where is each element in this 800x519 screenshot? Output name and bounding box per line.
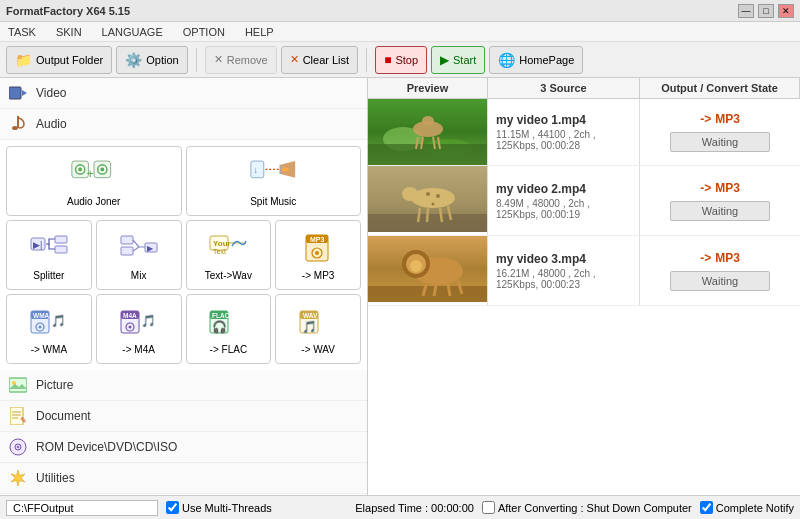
audio-section[interactable]: Audio xyxy=(0,109,367,140)
menu-option[interactable]: OPTION xyxy=(179,24,229,40)
output-path-input[interactable] xyxy=(6,500,158,516)
svg-line-88 xyxy=(434,285,436,296)
svg-text:🎵: 🎵 xyxy=(141,313,156,328)
to-mp3-icon: MP3 xyxy=(294,230,342,266)
splitter-button[interactable]: ▶| Splitter xyxy=(6,220,92,290)
split-music-icon: ↓ xyxy=(249,156,297,192)
audio-joiner-button[interactable]: + Audio Joner xyxy=(6,146,182,216)
svg-text:▶|: ▶| xyxy=(33,240,42,250)
svg-rect-18 xyxy=(121,236,133,244)
multi-threads-check[interactable]: Use Multi-Threads xyxy=(166,501,272,514)
folder-icon: 📁 xyxy=(15,52,32,68)
svg-point-10 xyxy=(100,167,104,171)
to-flac-icon: FLAC 🎧 xyxy=(204,304,252,340)
svg-point-73 xyxy=(402,187,418,201)
video-label: Video xyxy=(36,86,66,100)
video-section[interactable]: Video xyxy=(0,78,367,109)
maximize-button[interactable]: □ xyxy=(758,4,774,18)
multi-threads-checkbox[interactable] xyxy=(166,501,179,514)
file-state-2: -> MP3 Waiting xyxy=(640,166,800,235)
svg-text:🎵: 🎵 xyxy=(302,319,317,334)
svg-rect-63 xyxy=(368,144,487,165)
menu-task[interactable]: TASK xyxy=(4,24,40,40)
file-name-3: my video 3.mp4 xyxy=(496,252,631,266)
start-icon: ▶ xyxy=(440,53,449,67)
svg-text:↓: ↓ xyxy=(254,165,259,175)
to-wma-label: -> WMA xyxy=(31,344,67,355)
to-flac-button[interactable]: FLAC 🎧 -> FLAC xyxy=(186,294,272,364)
remove-button[interactable]: ✕ Remove xyxy=(205,46,277,74)
document-section[interactable]: ✎ Document xyxy=(0,401,367,432)
toolbar: 📁 Output Folder ⚙️ Option ✕ Remove ✕ Cle… xyxy=(0,42,800,78)
svg-point-6 xyxy=(78,167,82,171)
table-row[interactable]: my video 1.mp4 11.15M , 44100 , 2ch , 12… xyxy=(368,99,800,166)
split-music-label: Spit Music xyxy=(250,196,296,207)
split-music-button[interactable]: ↓ Spit Music xyxy=(186,146,362,216)
file-preview-1 xyxy=(368,99,488,165)
audio-tools-area[interactable]: + Audio Joner ↓ xyxy=(0,140,367,495)
svg-point-75 xyxy=(436,194,440,198)
to-wav-icon: WAV 🎵 xyxy=(294,304,342,340)
option-icon: ⚙️ xyxy=(125,52,142,68)
target-format-2: MP3 xyxy=(715,181,740,195)
to-mp3-button[interactable]: MP3 -> MP3 xyxy=(275,220,361,290)
homepage-button[interactable]: 🌐 HomePage xyxy=(489,46,583,74)
utilities-icon xyxy=(8,468,28,488)
mix-label: Mix xyxy=(131,270,147,281)
stop-button[interactable]: ■ Stop xyxy=(375,46,427,74)
output-folder-button[interactable]: 📁 Output Folder xyxy=(6,46,112,74)
document-label: Document xyxy=(36,409,91,423)
option-button[interactable]: ⚙️ Option xyxy=(116,46,187,74)
svg-point-65 xyxy=(422,116,434,126)
window-controls[interactable]: — □ ✕ xyxy=(738,4,794,18)
shutdown-check[interactable]: After Converting : Shut Down Computer xyxy=(482,501,692,514)
svg-point-59 xyxy=(17,446,19,448)
close-button[interactable]: ✕ xyxy=(778,4,794,18)
file-list: my video 1.mp4 11.15M , 44100 , 2ch , 12… xyxy=(368,99,800,495)
rom-section[interactable]: ROM Device\DVD\CD\ISO xyxy=(0,432,367,463)
menu-help[interactable]: HELP xyxy=(241,24,278,40)
notify-check[interactable]: Complete Notify xyxy=(700,501,794,514)
status-badge-2: Waiting xyxy=(670,201,770,221)
svg-text:M4A: M4A xyxy=(123,312,137,319)
svg-text:WAV: WAV xyxy=(303,312,318,319)
notify-checkbox[interactable] xyxy=(700,501,713,514)
menu-skin[interactable]: SKIN xyxy=(52,24,86,40)
main-layout: Video Audio + xyxy=(0,78,800,495)
table-header: Preview 3 Source Output / Convert State xyxy=(368,78,800,99)
table-row[interactable]: my video 3.mp4 16.21M , 48000 , 2ch , 12… xyxy=(368,236,800,306)
svg-point-34 xyxy=(38,325,41,328)
svg-text:✎: ✎ xyxy=(20,416,26,425)
tool-grid: + Audio Joner ↓ xyxy=(0,140,367,370)
menu-language[interactable]: LANGUAGE xyxy=(98,24,167,40)
file-name-1: my video 1.mp4 xyxy=(496,113,631,127)
splitter-icon: ▶| xyxy=(25,230,73,266)
to-wma-button[interactable]: WMA 🎵 -> WMA xyxy=(6,294,92,364)
svg-point-76 xyxy=(432,203,435,206)
source-header: 3 Source xyxy=(488,78,640,98)
picture-section[interactable]: Picture xyxy=(0,370,367,401)
text-wav-button[interactable]: Your Text Text->Wav xyxy=(186,220,272,290)
text-wav-icon: Your Text xyxy=(204,230,252,266)
left-panel: Video Audio + xyxy=(0,78,368,495)
file-meta-3: 16.21M , 48000 , 2ch , 125Kbps, 00:00:23 xyxy=(496,268,631,290)
start-button[interactable]: ▶ Start xyxy=(431,46,485,74)
clear-list-button[interactable]: ✕ Clear List xyxy=(281,46,358,74)
to-m4a-button[interactable]: M4A 🎵 -> M4A xyxy=(96,294,182,364)
table-row[interactable]: my video 2.mp4 8.49M , 48000 , 2ch , 125… xyxy=(368,166,800,236)
utilities-section[interactable]: Utilities xyxy=(0,463,367,494)
mix-button[interactable]: ▶ Mix xyxy=(96,220,182,290)
arrow-icon-1: -> xyxy=(700,112,711,126)
file-name-2: my video 2.mp4 xyxy=(496,182,631,196)
to-wav-button[interactable]: WAV 🎵 -> WAV xyxy=(275,294,361,364)
to-m4a-label: -> M4A xyxy=(122,344,155,355)
shutdown-checkbox[interactable] xyxy=(482,501,495,514)
svg-line-89 xyxy=(448,284,450,296)
svg-point-74 xyxy=(426,192,430,196)
audio-joiner-icon: + xyxy=(70,156,118,192)
target-format-1: MP3 xyxy=(715,112,740,126)
svg-text:Text: Text xyxy=(213,248,226,255)
minimize-button[interactable]: — xyxy=(738,4,754,18)
svg-text:MP3: MP3 xyxy=(310,236,325,243)
svg-point-86 xyxy=(410,260,422,272)
